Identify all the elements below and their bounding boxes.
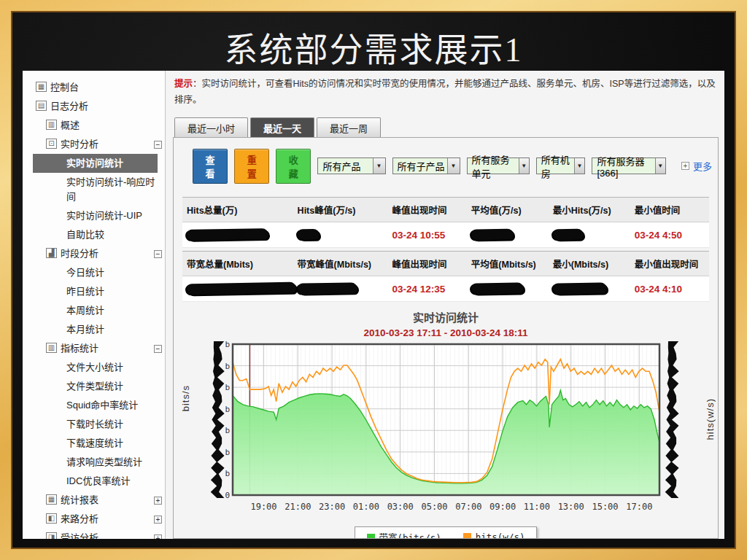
visited-icon: ◨ [46, 532, 57, 539]
slide-background: 系统部分需求展示1 ▦控制台▤日志分析▥概述⊡实时分析−实时访问统计实时访问统计… [12, 12, 735, 548]
collapse-icon[interactable]: − [154, 250, 162, 258]
log-analysis-icon: ▤ [36, 101, 47, 111]
sidebar-item--[interactable]: ▤日志分析 [33, 97, 162, 116]
收藏-button[interactable]: 收藏 [276, 149, 311, 184]
filter-dropdown-4[interactable]: 所有服务器[366]▼ [592, 158, 666, 174]
chevron-down-icon[interactable]: ▼ [373, 158, 385, 174]
sidebar-item--[interactable]: ▦统计报表+ [33, 491, 162, 510]
svg-text:0: 0 [225, 491, 230, 500]
redacted-value [293, 283, 388, 294]
collapse-icon[interactable]: − [154, 141, 162, 149]
sidebar-item--[interactable]: 本月统计 [33, 320, 162, 339]
sidebar-item-label: 实时分析 [61, 137, 150, 152]
sidebar-item-label: 文件类型统计 [66, 379, 162, 394]
sidebar-item-idc-[interactable]: IDC优良率统计 [33, 472, 162, 491]
more-link[interactable]: +更多 [681, 159, 712, 173]
sidebar-item--[interactable]: ◧来路分析+ [33, 510, 162, 529]
sidebar-item-label: 统计报表 [61, 493, 150, 508]
console-icon: ▦ [36, 82, 47, 92]
sidebar-item-label: 文件大小统计 [66, 360, 162, 375]
notice-text: ：实时访问统计，可查看Hits的访问情况和实时带宽的使用情况，并能够通过产品线、… [174, 79, 716, 105]
notice-label: 提示 [174, 79, 193, 89]
sidebar-item--[interactable]: ▦控制台 [33, 78, 162, 97]
referrer-icon: ◧ [46, 513, 57, 524]
sidebar-item-label: 下载时长统计 [66, 417, 162, 432]
time-text: 03-24 12:35 [392, 284, 446, 295]
dropdown-value: 所有机房 [541, 152, 574, 180]
filter-dropdown-3[interactable]: 所有机房▼ [536, 158, 586, 174]
sidebar-item--[interactable]: 文件大小统计 [33, 358, 162, 377]
chevron-down-icon[interactable]: ▼ [519, 158, 529, 174]
svg-text:b: b [225, 404, 230, 413]
expand-icon[interactable]: + [154, 516, 162, 524]
sidebar-item-label: 实时访问统计 [66, 156, 158, 171]
重置-button[interactable]: 重置 [234, 149, 269, 184]
filter-dropdown-0[interactable]: 所有产品▼ [317, 158, 385, 174]
legend-item: 带宽(bits/s) [367, 530, 441, 539]
sidebar-item--[interactable]: ▥指标统计− [33, 339, 162, 358]
svg-text:13:00: 13:00 [558, 502, 584, 512]
redaction-blob [553, 283, 607, 295]
sidebar-item-label: 实时访问统计-UIP [66, 209, 162, 223]
sidebar-item-label: 本周统计 [66, 303, 162, 318]
sidebar-item-label: 下载速度统计 [66, 436, 162, 451]
sidebar-item--[interactable]: 实时访问统计 [33, 154, 158, 173]
sidebar-item--[interactable]: 下载速度统计 [33, 434, 162, 453]
legend-label: 带宽(bits/s) [379, 532, 441, 539]
sidebar-item--[interactable]: ◨受访分析+ [33, 529, 162, 539]
sidebar-item--[interactable]: 昨日统计 [33, 282, 162, 301]
sidebar-item--[interactable]: ▟时段分析− [33, 244, 162, 263]
chart-legend: 带宽(bits/s)hits(w/s) [355, 526, 538, 539]
svg-text:19:00: 19:00 [250, 502, 276, 512]
collapse-icon[interactable]: − [154, 345, 162, 353]
svg-text:03:00: 03:00 [387, 502, 414, 512]
time-text: 03-24 10:55 [392, 230, 446, 241]
redaction-blob [553, 229, 584, 241]
tab-最近一小时[interactable]: 最近一小时 [174, 117, 248, 137]
sidebar-item--[interactable]: ▥概述 [33, 116, 162, 135]
sidebar-item--[interactable]: 实时访问统计-响应时间 [33, 173, 162, 206]
redacted-value [182, 229, 293, 240]
expand-icon[interactable]: + [154, 534, 162, 539]
sidebar-item-label: 受访分析 [61, 531, 150, 539]
redaction-blob [187, 282, 296, 295]
sidebar-item-label: 本月统计 [66, 322, 162, 337]
sidebar-item-label: 时段分析 [61, 246, 150, 261]
filter-dropdown-2[interactable]: 所有服务单元▼ [467, 158, 530, 174]
查看-button[interactable]: 查看 [193, 149, 228, 184]
svg-text:09:00: 09:00 [489, 502, 516, 512]
column-header: 带宽峰值(Mbits/s) [293, 257, 388, 271]
legend-swatch [463, 533, 471, 539]
filter-dropdown-1[interactable]: 所有子产品▼ [392, 158, 460, 174]
y-axis-label-left: bits/s [180, 385, 191, 411]
tab-最近一天[interactable]: 最近一天 [250, 117, 314, 137]
tab-最近一周[interactable]: 最近一周 [317, 117, 381, 137]
sidebar-item--[interactable]: 本周统计 [33, 301, 162, 320]
sidebar-item-label: 今日统计 [66, 265, 162, 280]
expand-icon[interactable]: + [154, 497, 162, 505]
y-axis-label-right: hits(w/s) [705, 398, 716, 440]
sidebar-item--[interactable]: 自助比较 [33, 225, 162, 244]
sidebar-item--[interactable]: 今日统计 [33, 263, 162, 282]
column-header: 带宽总量(Mbits) [182, 257, 293, 271]
sidebar-item--[interactable]: ⊡实时分析− [33, 135, 162, 154]
svg-text:01:00: 01:00 [353, 502, 379, 512]
legend-swatch [367, 534, 375, 539]
sidebar-item--[interactable]: 下载时长统计 [33, 415, 162, 434]
stats-table-1: 带宽总量(Mbits)带宽峰值(Mbits/s)峰值出现时间平均值(Mbits/… [182, 251, 709, 302]
sidebar-item-label: 请求响应类型统计 [66, 455, 162, 470]
sidebar-item-label: 来路分析 [61, 512, 150, 526]
sidebar-item--[interactable]: 文件类型统计 [33, 377, 162, 396]
chevron-down-icon[interactable]: ▼ [574, 158, 585, 174]
time-text: 03-24 4:50 [635, 230, 682, 241]
sidebar-item-squid-[interactable]: Squid命中率统计 [33, 396, 162, 415]
wooden-frame: 系统部分需求展示1 ▦控制台▤日志分析▥概述⊡实时分析−实时访问统计实时访问统计… [0, 0, 747, 560]
sidebar-item--[interactable]: 请求响应类型统计 [33, 453, 162, 472]
chevron-down-icon[interactable]: ▼ [447, 158, 460, 174]
column-header: 最小值出现时间 [630, 257, 709, 271]
sidebar-item--uip[interactable]: 实时访问统计-UIP [33, 206, 162, 225]
chevron-down-icon[interactable]: ▼ [655, 158, 665, 174]
chart-section: 实时访问统计 2010-03-23 17:11 - 2010-03-24 18:… [174, 309, 718, 539]
table-row: 03-24 10:5503-24 4:50 [182, 222, 709, 248]
svg-text:17:00: 17:00 [626, 502, 652, 512]
